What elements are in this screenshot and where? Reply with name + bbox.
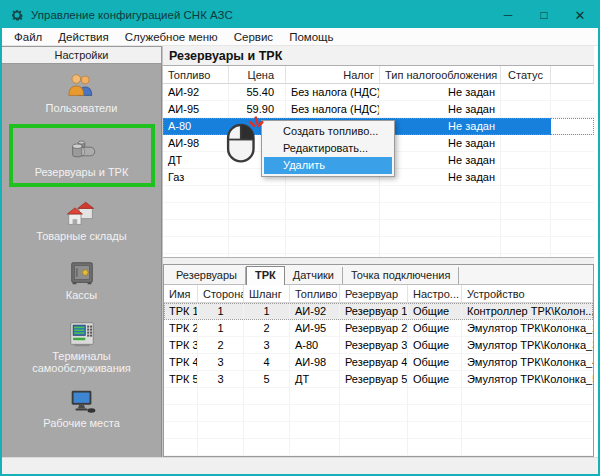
empty-cell	[198, 388, 244, 405]
fuel-cell-tax_type: Не задан	[380, 101, 501, 118]
trk-cell: Резервуар 1	[340, 303, 408, 320]
fuel-cell-fuel: АИ-98	[163, 135, 229, 152]
sidebar-body: ПользователиРезервуары и ТРКТоварные скл…	[2, 64, 162, 457]
fuel-column-header[interactable]: Топливо	[163, 66, 229, 84]
menubar-item-2[interactable]: Служебное меню	[117, 31, 226, 43]
trk-cell: Общие	[408, 337, 462, 354]
empty-cell	[551, 186, 594, 203]
fuel-row-empty	[163, 220, 594, 237]
trk-cell: Эмулятор ТРК\Колонка_2	[462, 320, 593, 337]
menubar-item-1[interactable]: Действия	[50, 31, 116, 43]
tab-2[interactable]: Датчики	[285, 267, 343, 284]
trk-column-header[interactable]: Сторона	[198, 285, 244, 303]
context-menu-item-0[interactable]: Создать топливо...	[264, 123, 392, 140]
empty-cell	[290, 422, 340, 439]
fuel-cell-status	[501, 84, 551, 101]
trk-row[interactable]: ТРК 111АИ-92Резервуар 1ОбщиеКонтроллер Т…	[164, 303, 593, 320]
sidebar-item-label: Резервуары и ТРК	[35, 166, 129, 178]
trk-column-header[interactable]: Имя	[164, 285, 198, 303]
trk-table: ИмяСторонаШлангТопливоРезервуарНастро...…	[164, 285, 593, 456]
menubar: ФайлДействияСлужебное менюСервисПомощь	[2, 28, 598, 46]
fuel-column-header[interactable]: Статус	[501, 66, 551, 84]
terminal-icon	[67, 319, 97, 349]
sidebar: Настройки ПользователиРезервуары и ТРКТо…	[2, 46, 162, 457]
trk-row-empty	[164, 388, 593, 405]
bottom-panel: РезервуарыТРКДатчикиТочка подключения Им…	[163, 264, 594, 457]
trk-column-header[interactable]: Топливо	[290, 285, 340, 303]
window-title: Управление конфигурацией СНК АЗС	[31, 9, 233, 21]
workstation-icon	[67, 386, 97, 416]
app-window: Управление конфигурацией СНК АЗС ─ □ ✕ Ф…	[0, 0, 600, 476]
fuel-cell-tax_type: Не задан	[380, 135, 501, 152]
empty-cell	[229, 237, 286, 254]
sidebar-item-2[interactable]: Товарные склады	[36, 199, 126, 242]
empty-cell	[290, 405, 340, 422]
trk-column-header[interactable]: Устройство	[462, 285, 593, 303]
empty-cell	[290, 388, 340, 405]
tab-strip: РезервуарыТРКДатчикиТочка подключения	[164, 265, 593, 285]
fuel-cell-tax: Без налога (НДС)	[286, 84, 380, 101]
trk-cell: ТРК 1	[164, 303, 198, 320]
trk-row[interactable]: ТРК 434АИ-98Резервуар 4ОбщиеЭмулятор ТРК…	[164, 354, 593, 371]
context-menu-item-1[interactable]: Редактировать...	[264, 140, 392, 157]
trk-cell: 1	[198, 303, 244, 320]
trk-cell: Эмулятор ТРК\Колонка_5	[462, 371, 593, 388]
sidebar-item-0[interactable]: Пользователи	[46, 71, 118, 114]
main-panel: Резервуары и ТРК ТопливоЦенаНалогТип нал…	[162, 46, 598, 457]
content: Настройки ПользователиРезервуары и ТРКТо…	[2, 46, 598, 457]
empty-cell	[198, 422, 244, 439]
minimize-button[interactable]: ─	[490, 8, 526, 22]
tab-3[interactable]: Точка подключения	[343, 267, 459, 284]
close-button[interactable]: ✕	[562, 8, 598, 23]
empty-cell	[286, 220, 380, 237]
context-menu: Создать топливо...Редактировать...Удалит…	[261, 120, 395, 177]
statusbar	[2, 457, 598, 474]
trk-cell: Общие	[408, 320, 462, 337]
tanks-icon	[67, 135, 97, 165]
trk-row[interactable]: ТРК 212АИ-95Резервуар 2ОбщиеЭмулятор ТРК…	[164, 320, 593, 337]
sidebar-item-5[interactable]: Рабочие места	[43, 386, 120, 429]
empty-cell	[229, 203, 286, 220]
empty-cell	[286, 237, 380, 254]
trk-column-header[interactable]: Шланг	[244, 285, 290, 303]
fuel-cell-fuel: ДТ	[163, 152, 229, 169]
trk-row[interactable]: ТРК 535ДТРезервуар 5ОбщиеЭмулятор ТРК\Ко…	[164, 371, 593, 388]
empty-cell	[380, 186, 501, 203]
page-title: Резервуары и ТРК	[163, 46, 594, 66]
context-menu-item-2[interactable]: Удалить	[264, 157, 392, 174]
sidebar-item-3[interactable]: Кассы	[66, 258, 97, 301]
tab-0[interactable]: Резервуары	[168, 267, 246, 284]
trk-row-empty	[164, 405, 593, 422]
empty-cell	[551, 203, 594, 220]
sidebar-item-4[interactable]: Терминалы самообслуживания	[19, 319, 145, 374]
menubar-item-4[interactable]: Помощь	[281, 31, 341, 43]
trk-column-header[interactable]: Резервуар	[340, 285, 408, 303]
empty-cell	[163, 220, 229, 237]
maximize-button[interactable]: □	[526, 8, 562, 22]
empty-cell	[229, 220, 286, 237]
trk-cell: 4	[244, 354, 290, 371]
fuel-column-header[interactable]: Тип налогообложения	[380, 66, 501, 84]
empty-cell	[163, 186, 229, 203]
sidebar-item-label: Терминалы самообслуживания	[19, 350, 145, 374]
fuel-cell-tax_type: Не задан	[380, 84, 501, 101]
fuel-row[interactable]: АИ-9255.40Без налога (НДС)Не задан	[163, 84, 594, 101]
trk-cell: Резервуар 2	[340, 320, 408, 337]
fuel-column-header[interactable]: Налог	[286, 66, 380, 84]
empty-cell	[408, 388, 462, 405]
trk-row[interactable]: ТРК 323А-80Резервуар 3ОбщиеЭмулятор ТРК\…	[164, 337, 593, 354]
empty-cell	[164, 388, 198, 405]
sidebar-item-label: Рабочие места	[43, 417, 120, 429]
empty-cell	[164, 405, 198, 422]
fuel-column-header[interactable]: Цена	[229, 66, 286, 84]
menubar-item-0[interactable]: Файл	[6, 31, 50, 43]
empty-cell	[408, 422, 462, 439]
tab-1[interactable]: ТРК	[246, 266, 285, 285]
empty-cell	[408, 405, 462, 422]
sidebar-header[interactable]: Настройки	[2, 46, 162, 64]
fuel-row-empty	[163, 237, 594, 254]
warehouse-icon	[66, 199, 96, 229]
menubar-item-3[interactable]: Сервис	[226, 31, 281, 43]
trk-column-header[interactable]: Настро...	[408, 285, 462, 303]
sidebar-item-1[interactable]: Резервуары и ТРК	[9, 124, 155, 187]
